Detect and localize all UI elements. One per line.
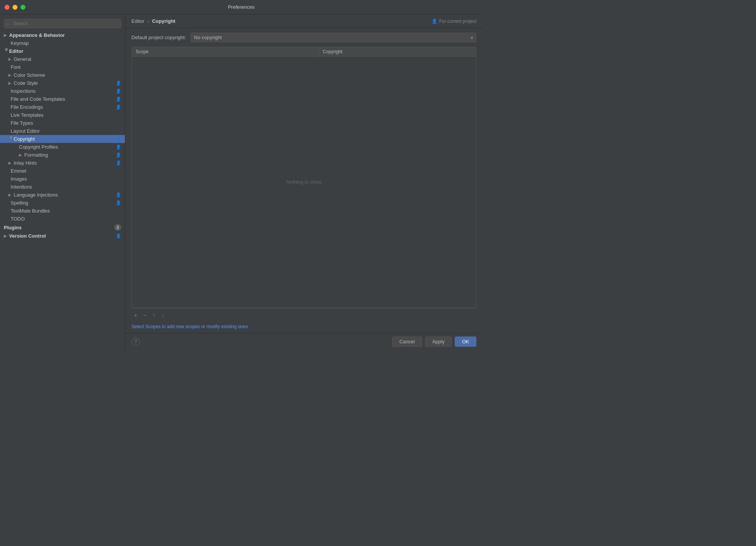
main-layout: ⌕ ▶ Appearance & Behavior Keymap ▶ Edito… xyxy=(0,14,482,350)
remove-button[interactable]: − xyxy=(141,311,149,319)
main-content: Default project copyright: No copyright … xyxy=(125,28,482,322)
person-icon: 👤 xyxy=(116,152,121,158)
sidebar-item-emmet[interactable]: Emmet xyxy=(0,167,125,175)
breadcrumb-separator: › xyxy=(147,18,149,24)
sidebar-item-copyright[interactable]: ▶ Copyright 👤 xyxy=(0,135,125,143)
table-body: Nothing to show xyxy=(132,57,476,307)
sidebar-item-appearance-behavior[interactable]: ▶ Appearance & Behavior xyxy=(0,31,125,39)
person-icon: 👤 xyxy=(432,19,437,24)
title-bar: Preferences xyxy=(0,0,482,14)
chevron-right-icon: ▶ xyxy=(8,193,14,197)
search-wrapper: ⌕ xyxy=(4,19,121,28)
sidebar-item-live-templates[interactable]: Live Templates xyxy=(0,111,125,119)
chevron-right-icon: ▶ xyxy=(8,81,14,85)
person-icon: 👤 xyxy=(116,105,121,110)
sidebar-item-textmate-bundles[interactable]: TextMate Bundles xyxy=(0,207,125,215)
sidebar-item-spelling[interactable]: Spelling 👤 xyxy=(0,199,125,207)
person-icon: 👤 xyxy=(116,81,121,86)
apply-button[interactable]: Apply xyxy=(425,336,452,347)
add-button[interactable]: + xyxy=(131,311,140,319)
chevron-down-icon: ▶ xyxy=(9,136,13,142)
sidebar-item-file-code-templates[interactable]: File and Code Templates 👤 xyxy=(0,95,125,103)
move-down-button[interactable]: ↓ xyxy=(159,311,167,319)
scope-copyright-table: Scope Copyright Nothing to show xyxy=(131,47,476,308)
table-header: Scope Copyright xyxy=(132,47,476,57)
default-project-label: Default project copyright: xyxy=(131,35,186,40)
traffic-lights xyxy=(5,5,25,10)
dialog-footer: ? Cancel Apply OK xyxy=(125,333,482,350)
sidebar-item-todo[interactable]: TODO xyxy=(0,215,125,223)
ok-button[interactable]: OK xyxy=(455,336,476,347)
copyright-dropdown[interactable]: No copyright xyxy=(191,33,476,42)
breadcrumb-parent: Editor xyxy=(131,18,144,24)
person-icon: 👤 xyxy=(116,97,121,102)
project-label: For current project xyxy=(439,19,476,24)
sidebar-item-font[interactable]: Font xyxy=(0,63,125,71)
sidebar-item-file-encodings[interactable]: File Encodings 👤 xyxy=(0,103,125,111)
person-icon: 👤 xyxy=(116,160,121,166)
person-icon: 👤 xyxy=(116,89,121,94)
sidebar-item-inspections[interactable]: Inspections 👤 xyxy=(0,87,125,95)
breadcrumb: Editor › Copyright 👤 For current project xyxy=(125,14,482,28)
chevron-right-icon: ▶ xyxy=(8,73,14,77)
sidebar: ⌕ ▶ Appearance & Behavior Keymap ▶ Edito… xyxy=(0,14,125,350)
search-input[interactable] xyxy=(4,19,121,28)
breadcrumb-current: Copyright xyxy=(152,18,175,24)
copyright-column-header: Copyright xyxy=(319,47,476,56)
sidebar-item-keymap[interactable]: Keymap xyxy=(0,39,125,47)
default-project-row: Default project copyright: No copyright … xyxy=(131,33,476,42)
maximize-button[interactable] xyxy=(21,5,25,10)
table-toolbar: + − ↑ ↓ xyxy=(131,308,476,322)
person-icon: 👤 xyxy=(116,233,121,239)
sidebar-item-language-injections[interactable]: ▶ Language Injections 👤 xyxy=(0,191,125,199)
person-icon: 👤 xyxy=(116,200,121,206)
preferences-window: Preferences ⌕ ▶ Appearance & Behavior Ke… xyxy=(0,0,482,350)
dropdown-wrapper: No copyright ▾ xyxy=(191,33,476,42)
sidebar-item-version-control[interactable]: ▶ Version Control 👤 xyxy=(0,232,125,240)
move-up-button[interactable]: ↑ xyxy=(150,311,158,319)
select-scopes-link[interactable]: Select Scopes to add new scopes or modif… xyxy=(125,322,482,333)
sidebar-item-file-types[interactable]: File Types xyxy=(0,119,125,127)
scope-column-header: Scope xyxy=(132,47,319,56)
chevron-right-icon: ▶ xyxy=(8,57,14,61)
chevron-right-icon: ▶ xyxy=(4,33,9,37)
person-icon: 👤 xyxy=(116,192,121,198)
search-bar: ⌕ xyxy=(0,17,125,31)
empty-message: Nothing to show xyxy=(286,179,321,185)
sidebar-item-plugins[interactable]: Plugins 2 xyxy=(0,223,125,232)
sidebar-item-inlay-hints[interactable]: ▶ Inlay Hints 👤 xyxy=(0,159,125,167)
minimize-button[interactable] xyxy=(13,5,17,10)
search-icon: ⌕ xyxy=(6,21,9,26)
window-title: Preferences xyxy=(228,4,255,10)
chevron-right-icon: ▶ xyxy=(8,161,14,165)
person-icon: 👤 xyxy=(116,136,121,142)
sidebar-item-color-scheme[interactable]: ▶ Color Scheme xyxy=(0,71,125,79)
chevron-down-icon: ▶ xyxy=(5,49,9,54)
breadcrumb-project: 👤 For current project xyxy=(432,19,476,24)
person-icon: 👤 xyxy=(116,144,121,150)
sidebar-item-formatting[interactable]: ▶ Formatting 👤 xyxy=(0,151,125,159)
sidebar-item-code-style[interactable]: ▶ Code Style 👤 xyxy=(0,79,125,87)
plugins-badge: 2 xyxy=(114,224,121,231)
sidebar-item-images[interactable]: Images xyxy=(0,175,125,183)
sidebar-item-editor[interactable]: ▶ Editor xyxy=(0,47,125,55)
close-button[interactable] xyxy=(5,5,9,10)
content-area: Editor › Copyright 👤 For current project… xyxy=(125,14,482,350)
sidebar-item-intentions[interactable]: Intentions xyxy=(0,183,125,191)
sidebar-item-copyright-profiles[interactable]: Copyright Profiles 👤 xyxy=(0,143,125,151)
help-button[interactable]: ? xyxy=(131,338,140,346)
chevron-right-icon: ▶ xyxy=(4,234,9,238)
sidebar-item-layout-editor[interactable]: Layout Editor xyxy=(0,127,125,135)
chevron-right-icon: ▶ xyxy=(19,153,24,157)
sidebar-item-general[interactable]: ▶ General xyxy=(0,55,125,63)
cancel-button[interactable]: Cancel xyxy=(392,336,422,347)
